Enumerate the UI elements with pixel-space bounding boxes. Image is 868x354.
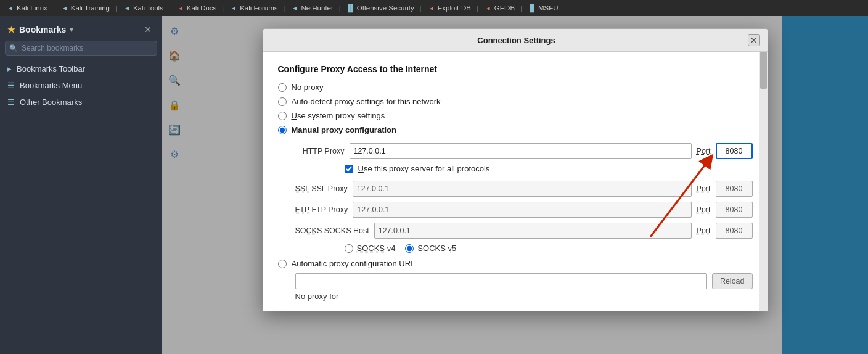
socks-port-label: Port	[697, 226, 711, 235]
auto-proxy-radio[interactable]	[278, 260, 287, 268]
other-bookmarks-icon: ☰	[7, 97, 15, 107]
dialog-overlay: Connection Settings ✕ Configure Proxy Ac…	[162, 16, 868, 354]
http-port-label: Port	[697, 147, 711, 155]
separator: |	[284, 4, 285, 12]
bookmark-kali-tools[interactable]: ◂ Kali Tools	[120, 2, 166, 14]
exploit-db-icon: ◂	[427, 4, 436, 12]
offensive-security-icon: ▐▌	[346, 4, 355, 12]
auto-detect-radio[interactable]	[278, 97, 287, 106]
sidebar-item-label: Bookmarks Menu	[20, 81, 82, 90]
no-proxy-option[interactable]: No proxy	[278, 83, 753, 92]
auto-proxy-input-row: Reload	[278, 273, 753, 289]
http-proxy-row: HTTP Proxy Port	[278, 143, 753, 159]
star-icon: ★	[7, 25, 15, 35]
bookmarks-menu-icon: ☰	[7, 81, 15, 90]
separator: |	[520, 4, 522, 12]
bookmark-kali-forums[interactable]: ◂ Kali Forums	[227, 2, 280, 14]
ssl-proxy-input[interactable]	[353, 181, 692, 197]
http-port-input[interactable]	[716, 143, 753, 159]
sidebar-item-bookmarks-toolbar[interactable]: ▸ Bookmarks Toolbar	[0, 60, 162, 77]
reload-button[interactable]: Reload	[712, 273, 753, 289]
separator: |	[53, 4, 55, 12]
no-proxy-section: No proxy for	[278, 292, 753, 301]
separator: |	[339, 4, 341, 12]
main-area: ★ Bookmarks ▾ ✕ 🔍 ▸ Bookmarks Toolbar ☰ …	[0, 16, 868, 354]
sidebar: ★ Bookmarks ▾ ✕ 🔍 ▸ Bookmarks Toolbar ☰ …	[0, 16, 162, 354]
ftp-proxy-input[interactable]	[353, 202, 691, 218]
use-all-protocols-checkbox[interactable]	[345, 165, 353, 173]
search-icon: 🔍	[9, 44, 18, 52]
system-proxy-radio[interactable]	[278, 112, 287, 120]
separator: |	[169, 4, 171, 12]
sidebar-item-bookmarks-menu[interactable]: ☰ Bookmarks Menu	[0, 77, 162, 94]
page-background: ⚙ 🏠 🔍 🔒 🔄 ⚙ Connection Settings ✕	[162, 16, 868, 354]
system-proxy-option[interactable]: Use system proxy settings	[278, 111, 753, 120]
socks-v5-radio[interactable]	[405, 244, 414, 253]
separator: |	[115, 4, 117, 12]
ssl-proxy-row: SSL SSL Proxy Port	[278, 181, 753, 197]
bookmark-offensive-security[interactable]: ▐▌ Offensive Security	[344, 2, 417, 14]
socks-v5-option[interactable]: SOCKS v5	[405, 244, 456, 253]
socks-v4-radio[interactable]	[345, 244, 353, 253]
socks-host-row: SOCKS SOCKS Host Port	[278, 223, 753, 239]
kali-docs-icon: ◂	[176, 4, 185, 12]
connection-settings-dialog: Connection Settings ✕ Configure Proxy Ac…	[263, 28, 768, 311]
kali-tools-icon: ◂	[123, 4, 131, 12]
section-title: Configure Proxy Access to the Internet	[278, 64, 753, 74]
dialog-titlebar: Connection Settings ✕	[263, 29, 768, 52]
separator: |	[222, 4, 224, 12]
bookmarks-toolbar-icon: ▸	[7, 64, 12, 73]
search-bookmarks-container: 🔍	[5, 41, 157, 56]
socks-v4-option[interactable]: SOCKS v4	[345, 244, 396, 253]
no-proxy-radio[interactable]	[278, 83, 287, 92]
auto-proxy-option-row: Automatic proxy configuration URL	[278, 259, 753, 268]
ssl-port-label: Port	[697, 184, 711, 193]
nethunter-icon: ◂	[290, 4, 299, 12]
socks-port-input[interactable]	[716, 223, 753, 239]
dialog-close-button[interactable]: ✕	[748, 34, 760, 46]
sidebar-item-label: Other Bookmarks	[20, 97, 82, 107]
bookmark-nethunter[interactable]: ◂ NetHunter	[288, 2, 335, 14]
chevron-down-icon: ▾	[70, 26, 73, 34]
sidebar-item-other-bookmarks[interactable]: ☰ Other Bookmarks	[0, 94, 162, 110]
http-proxy-input[interactable]	[350, 143, 692, 159]
proxy-radio-group: No proxy Auto-detect proxy settings for …	[278, 83, 753, 134]
sidebar-header: ★ Bookmarks ▾ ✕	[0, 21, 162, 41]
dialog-body: Configure Proxy Access to the Internet N…	[263, 52, 768, 311]
dialog-scrollbar[interactable]	[759, 52, 768, 311]
sidebar-title: ★ Bookmarks ▾	[7, 25, 73, 35]
use-all-protocols-label[interactable]: Use this proxy server for all protocols	[358, 164, 490, 173]
close-sidebar-button[interactable]: ✕	[141, 23, 155, 36]
separator: |	[420, 4, 422, 12]
browser-toolbar: ◂ Kali Linux | ◂ Kali Training | ◂ Kali …	[0, 0, 868, 16]
manual-proxy-option[interactable]: Manual proxy configuration	[278, 125, 753, 134]
bookmark-kali-linux[interactable]: ◂ Kali Linux	[4, 2, 50, 14]
http-proxy-label: HTTP Proxy	[295, 147, 345, 155]
scrollbar-thumb[interactable]	[760, 52, 767, 89]
ftp-port-label: Port	[697, 205, 711, 214]
auto-proxy-option[interactable]: Automatic proxy configuration URL	[278, 259, 416, 268]
auto-proxy-url-input[interactable]	[295, 273, 707, 289]
dialog-title: Connection Settings	[285, 36, 748, 45]
socks-host-input[interactable]	[374, 223, 692, 239]
kali-training-icon: ◂	[60, 4, 69, 12]
ftp-port-input[interactable]	[716, 202, 753, 218]
auto-detect-option[interactable]: Auto-detect proxy settings for this netw…	[278, 97, 753, 106]
use-all-protocols-row: Use this proxy server for all protocols	[278, 164, 753, 173]
manual-proxy-radio[interactable]	[278, 126, 287, 134]
ssl-port-input[interactable]	[716, 181, 753, 197]
socks-version-row: SOCKS v4 SOCKS v5	[278, 244, 753, 253]
kali-forums-icon: ◂	[229, 4, 238, 12]
kali-linux-icon: ◂	[6, 4, 15, 12]
bookmark-ghdb[interactable]: ◂ GHDB	[481, 2, 517, 14]
separator: |	[477, 4, 478, 12]
bookmark-msfu[interactable]: ▐▌ MSFU	[525, 2, 561, 14]
bookmark-kali-docs[interactable]: ◂ Kali Docs	[174, 2, 219, 14]
search-bookmarks-input[interactable]	[5, 41, 157, 56]
bookmark-exploit-db[interactable]: ◂ Exploit-DB	[425, 2, 473, 14]
socks-host-label: SOCKS SOCKS Host	[295, 226, 369, 235]
sidebar-item-label: Bookmarks Toolbar	[17, 64, 85, 73]
ssl-proxy-label: SSL SSL Proxy	[295, 184, 348, 193]
ftp-proxy-row: FTP FTP Proxy Port	[278, 202, 753, 218]
bookmark-kali-training[interactable]: ◂ Kali Training	[58, 2, 112, 14]
